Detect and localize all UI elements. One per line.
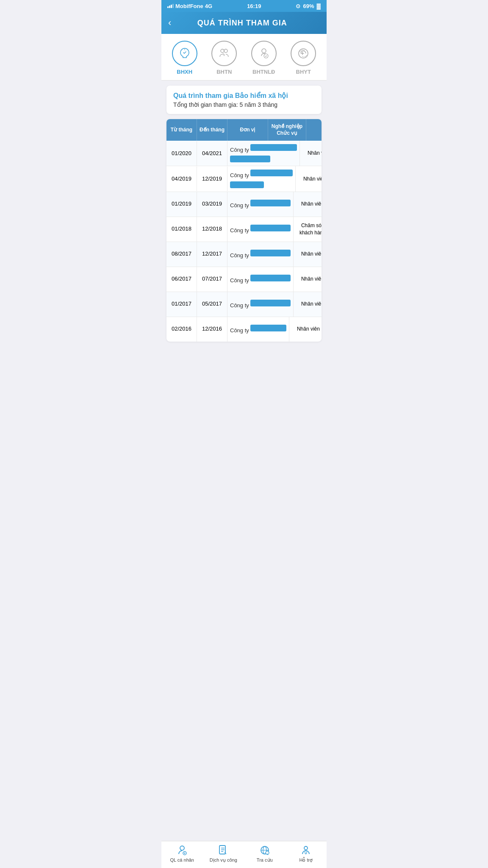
bhtnld-icon: [257, 47, 271, 60]
table-row: 01/2017 05/2017 Công ty Nhân viên 👁: [166, 292, 322, 317]
table-row: 01/2019 03/2019 Công ty Nhân viên 👁: [166, 192, 322, 217]
bhyt-icon-circle: [291, 41, 316, 66]
bhxh-icon: [178, 47, 191, 60]
td-unit: Công ty: [227, 141, 300, 166]
info-card: Quá trình tham gia Bảo hiểm xã hội Tổng …: [166, 86, 322, 114]
svg-point-1: [224, 49, 227, 53]
td-to: 12/2016: [197, 317, 227, 342]
info-subtitle: Tổng thời gian tham gia: 5 năm 3 tháng: [173, 101, 315, 108]
td-job: Nhân viên: [289, 317, 322, 342]
td-from: 04/2019: [166, 167, 197, 191]
td-to: 12/2017: [197, 242, 227, 267]
td-from: 02/2016: [166, 317, 197, 342]
td-job: Nhân viên: [294, 292, 322, 317]
table-header: Từ tháng Đến tháng Đơn vị Nghề nghiệpChứ…: [166, 119, 322, 141]
td-unit: Công ty: [227, 217, 294, 242]
bhxh-icon-circle: [172, 41, 197, 66]
td-unit: Công ty: [227, 242, 294, 267]
td-job: Nhân viên: [294, 242, 322, 267]
td-to: 07/2017: [197, 267, 227, 292]
status-left: MobifFone 4G: [167, 3, 212, 9]
tab-bhtn[interactable]: BHTN: [207, 41, 241, 75]
tab-bhxh[interactable]: BHXH: [168, 41, 202, 75]
bhtn-icon: [217, 47, 231, 60]
table-row: 01/2020 04/2021 Công ty Nhân viên 👁: [166, 141, 322, 166]
svg-point-2: [262, 49, 266, 53]
back-button[interactable]: ‹: [168, 16, 175, 30]
td-unit: Công ty: [227, 166, 296, 191]
td-from: 01/2020: [166, 141, 197, 166]
td-job: Nhân viên: [296, 167, 322, 191]
table-row: 08/2017 12/2017 Công ty Nhân viên 👁: [166, 242, 322, 267]
tab-bhyt-label: BHYT: [296, 69, 311, 75]
battery-bar: ▓: [317, 3, 321, 9]
td-from: 08/2017: [166, 242, 197, 267]
th-job-title: Nghề nghiệpChức vụ: [268, 119, 306, 141]
td-to: 04/2021: [197, 141, 227, 166]
svg-point-3: [264, 54, 268, 58]
td-unit: Công ty: [227, 317, 289, 342]
battery-icon: ⊙: [296, 3, 300, 9]
table-row: 02/2016 12/2016 Công ty Nhân viên 👁: [166, 317, 322, 342]
th-from-month: Từ tháng: [166, 119, 197, 141]
status-right: ⊙ 69% ▓: [296, 3, 321, 9]
td-to: 12/2018: [197, 217, 227, 242]
table-row: 06/2017 07/2017 Công ty Nhân viên 👁: [166, 267, 322, 292]
td-to: 03/2019: [197, 192, 227, 217]
tab-bhtn-label: BHTN: [216, 69, 232, 75]
status-bar: MobifFone 4G 16:19 ⊙ 69% ▓: [161, 0, 327, 12]
td-unit: Công ty: [227, 292, 294, 317]
battery-level: 69%: [303, 3, 314, 9]
td-unit: Công ty: [227, 192, 294, 217]
th-action: [306, 119, 322, 141]
td-job: Nhân viên: [300, 141, 322, 166]
page-header: ‹ QUÁ TRÌNH THAM GIA: [161, 12, 327, 34]
th-unit: Đơn vị: [227, 119, 268, 141]
page-title: QUÁ TRÌNH THAM GIA: [175, 19, 320, 28]
bhtnld-icon-circle: [251, 41, 277, 66]
carrier-label: MobifFone: [175, 3, 203, 9]
main-content: Quá trình tham gia Bảo hiểm xã hội Tổng …: [161, 81, 327, 347]
tab-bhyt[interactable]: BHYT: [286, 41, 320, 75]
td-to: 12/2019: [197, 167, 227, 191]
td-from: 06/2017: [166, 267, 197, 292]
td-job: Nhân viên: [294, 192, 322, 217]
td-job: Chăm sóckhách hàng: [294, 217, 322, 242]
clock: 16:19: [247, 3, 261, 9]
td-from: 01/2017: [166, 292, 197, 317]
tab-bhtnld-label: BHTNLĐ: [252, 69, 275, 75]
participation-table: Từ tháng Đến tháng Đơn vị Nghề nghiệpChứ…: [166, 119, 322, 342]
info-title: Quá trình tham gia Bảo hiểm xã hội: [173, 92, 315, 100]
th-to-month: Đến tháng: [197, 119, 227, 141]
tab-bhtnld[interactable]: BHTNLĐ: [247, 41, 281, 75]
bhtn-icon-circle: [211, 41, 237, 66]
td-to: 05/2017: [197, 292, 227, 317]
network-type: 4G: [205, 3, 212, 9]
td-job: Nhân viên: [294, 267, 322, 292]
signal-icon: [167, 4, 174, 8]
table-row: 01/2018 12/2018 Công ty Chăm sóckhách hà…: [166, 217, 322, 242]
svg-point-0: [221, 49, 224, 53]
td-unit: Công ty: [227, 267, 294, 292]
td-from: 01/2018: [166, 217, 197, 242]
tab-bhxh-label: BHXH: [177, 69, 192, 75]
table-row: 04/2019 12/2019 Công ty Nhân viên 👁: [166, 166, 322, 192]
tab-bar: BHXH BHTN BHTNLĐ: [161, 34, 327, 81]
bhyt-icon: [297, 47, 310, 60]
td-from: 01/2019: [166, 192, 197, 217]
